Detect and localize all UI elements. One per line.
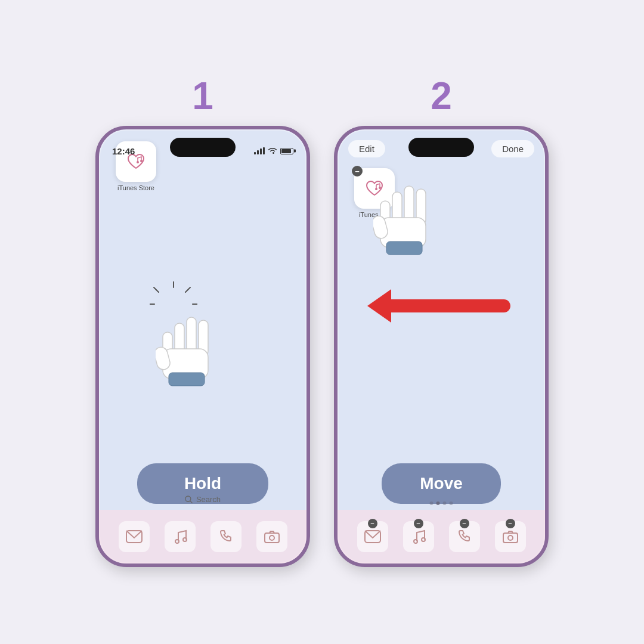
- svg-point-40: [508, 535, 513, 540]
- music-icon-2: [411, 529, 426, 544]
- svg-point-23: [270, 535, 274, 540]
- move-button[interactable]: Move: [382, 463, 501, 504]
- step-1-number: 1: [192, 77, 213, 115]
- app-label-1: iTunes Store: [117, 184, 154, 191]
- drag-gesture: [373, 183, 439, 260]
- music-icon: [173, 529, 187, 544]
- step-1: 1 12:46: [95, 77, 310, 567]
- arrow-shaft: [391, 299, 510, 312]
- dock-minus-mail: −: [368, 519, 377, 528]
- phone-1: 12:46: [95, 126, 310, 567]
- svg-rect-35: [386, 242, 422, 255]
- dock-minus-camera: −: [506, 519, 515, 528]
- edit-button[interactable]: Edit: [348, 140, 385, 157]
- svg-point-21: [183, 538, 187, 541]
- svg-rect-22: [265, 533, 279, 543]
- dock-phone-1: [210, 521, 242, 552]
- svg-line-18: [190, 501, 193, 503]
- svg-point-37: [414, 540, 417, 543]
- done-button[interactable]: Done: [491, 140, 534, 157]
- svg-rect-16: [169, 373, 205, 386]
- dock-minus-music: −: [414, 519, 423, 528]
- step-2-number: 2: [431, 77, 452, 115]
- phone-2: Edit Done −: [334, 126, 549, 567]
- main-container: 1 12:46: [95, 77, 549, 567]
- hand-svg: [156, 314, 221, 392]
- svg-line-7: [154, 287, 159, 292]
- arrow-head: [367, 289, 391, 323]
- battery-icon: [280, 148, 293, 154]
- signal-icon: [254, 147, 265, 154]
- page-dots: [430, 501, 453, 505]
- dynamic-island-1: [170, 138, 236, 157]
- page-dot-2: [436, 501, 440, 505]
- camera-icon-2: [503, 530, 518, 543]
- page-dot-4: [450, 501, 453, 505]
- phone-icon: [219, 530, 233, 544]
- mail-icon: [126, 530, 143, 543]
- drag-hand-svg: [373, 183, 439, 258]
- svg-rect-39: [503, 533, 518, 543]
- dock-item-mail-2: −: [357, 521, 388, 552]
- search-bar: Search: [185, 495, 221, 504]
- svg-point-38: [422, 538, 425, 541]
- dock-1: [99, 510, 306, 564]
- minus-badge: −: [352, 166, 363, 177]
- camera-icon: [264, 530, 280, 543]
- dock-camera-1: [256, 521, 287, 552]
- dock-music-1: [165, 521, 196, 552]
- search-icon: [185, 496, 193, 503]
- status-time: 12:46: [112, 146, 135, 156]
- wifi-icon: [268, 147, 277, 156]
- sparkle-lines: [150, 281, 197, 323]
- dock-minus-phone: −: [460, 519, 469, 528]
- mail-icon-2: [364, 530, 381, 543]
- dock-item-phone-2: −: [449, 521, 480, 552]
- hold-gesture: [156, 314, 221, 394]
- left-arrow: [367, 289, 510, 323]
- step-2: 2 Edit Done −: [334, 77, 549, 567]
- dock-item-camera-2: −: [495, 521, 526, 552]
- svg-line-6: [185, 287, 190, 292]
- dock-2: − − − −: [338, 510, 545, 564]
- page-dot-1: [430, 501, 434, 505]
- svg-point-20: [175, 540, 179, 543]
- phone-icon-2: [457, 530, 472, 544]
- status-icons: [254, 147, 293, 156]
- dock-mail-1: [119, 521, 150, 552]
- dock-item-music-2: −: [403, 521, 434, 552]
- page-dot-3: [443, 501, 447, 505]
- edit-done-bar: Edit Done: [338, 140, 545, 157]
